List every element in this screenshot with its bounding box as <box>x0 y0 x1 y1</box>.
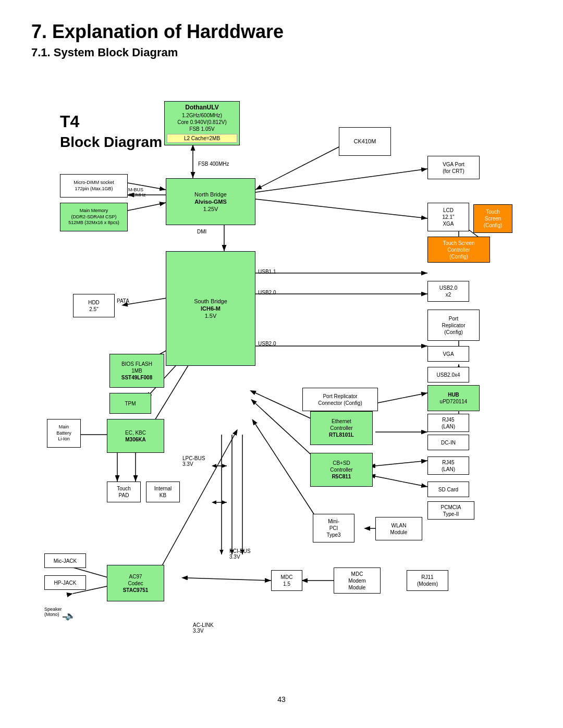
section-title: 7.1. System Block Diagram <box>31 46 532 59</box>
dothan-ulv-box: DothanULV 1.2GHz/600MHz)Core 0.940V(0.81… <box>164 101 240 145</box>
internal-kb-box: InternalKB <box>146 482 180 502</box>
svg-line-25 <box>375 476 427 487</box>
usb20-label2: USB2.0 <box>258 341 276 347</box>
sd-card-box: SD Card <box>427 482 469 497</box>
mdc-box: MDC1.5 <box>271 570 302 591</box>
lcd-box: LCD12.1"XGA <box>427 203 469 231</box>
micro-dimm-box: Micro-DIMM socket172pin (Max.1GB) <box>60 174 128 198</box>
mbus-label: M-BUS400MHz <box>128 187 146 198</box>
mic-jack-box: Mic-JACK <box>44 553 86 568</box>
touch-screen-box: TouchScreen(Config) <box>473 204 512 233</box>
port-replicator-connector-box: Port ReplicatorConnector (Config) <box>302 388 378 411</box>
aclink-label: AC-LINK3.3V <box>193 622 213 634</box>
svg-line-24 <box>375 461 427 466</box>
page-number: 43 <box>31 695 532 704</box>
dc-in-box: DC-IN <box>427 435 469 450</box>
mini-pci-box: Mini-PCIType3 <box>313 514 354 542</box>
vga-port-box: VGA Port(for CRT) <box>427 156 480 179</box>
svg-line-10 <box>255 199 427 218</box>
pcmcia-box: PCMCIAType-II <box>427 501 474 520</box>
usb20x4-box: USB2.0x4 <box>427 367 469 382</box>
south-bridge-box: South Bridge ICH6-M 1.5V <box>166 251 255 366</box>
bios-flash-box: BIOS FLASH1MBSST49LF008 <box>109 354 164 388</box>
wlan-box: WLANModule <box>375 517 422 540</box>
ec-kbc-box: EC, KBCM306KA <box>107 419 164 453</box>
north-bridge-box: North Bridge Alviso-GMS 1.25V <box>166 178 255 225</box>
rj45-lan2-box: RJ45(LAN) <box>427 456 469 475</box>
hub-box: HUBuPD720114 <box>427 385 480 411</box>
diagram-title: T4Block Diagram <box>60 112 162 152</box>
rj11-box: RJ11(Modem) <box>407 570 448 591</box>
speaker-icon: 🔈 <box>65 611 76 621</box>
svg-line-4 <box>255 147 339 190</box>
port-replicator-box: PortReplicator(Config) <box>427 310 480 341</box>
usb20-label1: USB2.0 <box>258 290 276 295</box>
vga-box: VGA <box>427 346 469 362</box>
hp-jack-box: HP-JACK <box>44 575 86 590</box>
svg-line-22 <box>375 393 427 403</box>
ck410m-box: CK410M <box>339 127 391 156</box>
touch-screen-ctrl-box: Touch ScreenController(Config) <box>427 237 490 263</box>
chapter-title: 7. Explanation of Harddware <box>31 21 532 43</box>
usb20-x2-box: USB2.0x2 <box>427 281 469 302</box>
ac97-box: AC97CodecSTAC9751 <box>107 565 164 601</box>
fsb-label: FSB 400MHz <box>198 161 229 167</box>
mdc-modem-box: MDCModemModule <box>334 567 381 594</box>
rj45-lan1-box: RJ45(LAN) <box>427 414 469 432</box>
speaker-label: Speaker(Mono) <box>44 607 62 617</box>
block-diagram: T4Block Diagram DothanULV 1.2GHz/600MHz)… <box>31 70 532 685</box>
main-battery-box: MainBatteryLi-Ion <box>47 419 81 448</box>
lpcbus-label: LPC-BUS3.3V <box>182 455 205 467</box>
svg-line-32 <box>188 578 271 581</box>
pata-label: PATA <box>117 298 129 304</box>
main-memory-box: Main Memory(DDR2-SDRAM CSP)512MB (32Mx16… <box>60 203 128 231</box>
svg-line-9 <box>255 169 427 192</box>
cbsd-ctrl-box: CB+SDControllerR5C811 <box>310 453 373 487</box>
hdd-box: HDD2.5" <box>73 294 115 317</box>
ethernet-ctrl-box: EthernetControllerRTL8101L <box>310 411 373 445</box>
touch-pad-box: TouchPAD <box>107 482 141 502</box>
tpm-box: TPM <box>109 393 151 414</box>
dmi-label: DMI <box>197 229 206 235</box>
svg-line-8 <box>128 203 166 211</box>
usb11-label: USB1.1 <box>258 269 276 275</box>
